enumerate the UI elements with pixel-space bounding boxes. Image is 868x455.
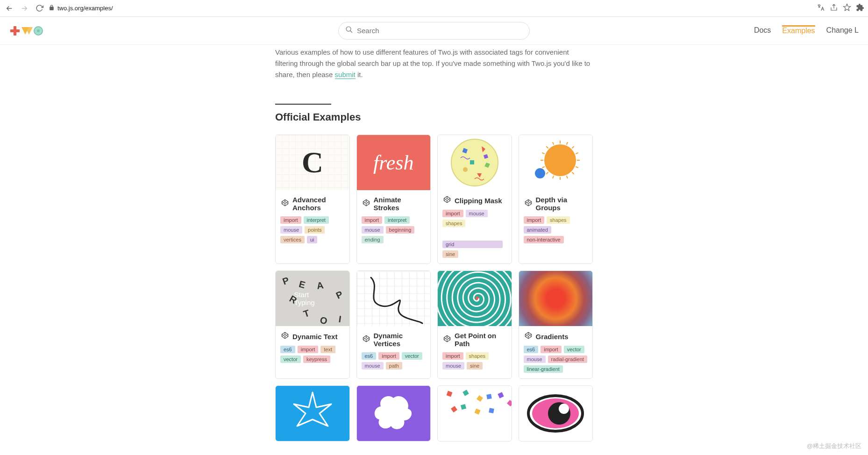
- card-thumbnail: [276, 386, 349, 441]
- tag-import[interactable]: import: [442, 352, 463, 360]
- examples-grid: C Advanced Anchors importinterpretmousep…: [275, 135, 593, 441]
- tag-mouse[interactable]: mouse: [362, 362, 384, 370]
- codepen-icon: [363, 199, 370, 208]
- url-text: two.js.org/examples/: [57, 5, 113, 12]
- logo[interactable]: [9, 24, 43, 37]
- tag-text[interactable]: text: [320, 346, 335, 353]
- tag-radial-gradient[interactable]: radial-gradient: [548, 355, 587, 363]
- svg-point-3: [37, 29, 40, 32]
- example-card[interactable]: Dynamic Vertices es6importvectormousepat…: [356, 270, 431, 379]
- tag-shapes[interactable]: shapes: [466, 352, 489, 360]
- svg-line-16: [572, 172, 574, 174]
- svg-point-4: [346, 27, 351, 31]
- tag-animated[interactable]: animated: [524, 226, 551, 234]
- star-icon[interactable]: [843, 3, 851, 14]
- nav-docs[interactable]: Docs: [754, 26, 771, 35]
- tag-import[interactable]: import: [298, 346, 319, 353]
- card-thumbnail: fresh: [357, 135, 431, 190]
- svg-line-20: [547, 172, 548, 174]
- tag-mouse[interactable]: mouse: [442, 362, 464, 370]
- search-input[interactable]: [357, 27, 523, 35]
- tag-es6[interactable]: es6: [524, 346, 539, 353]
- tag-mouse[interactable]: mouse: [466, 210, 488, 217]
- tag-vertices[interactable]: vertices: [280, 236, 305, 243]
- card-title-row: Advanced Anchors: [276, 190, 349, 216]
- example-card[interactable]: C Advanced Anchors importinterpretmousep…: [275, 135, 350, 264]
- tag-shapes[interactable]: shapes: [547, 216, 569, 224]
- tag-es6[interactable]: es6: [362, 352, 377, 360]
- tag-vector[interactable]: vector: [402, 352, 422, 360]
- tag-import[interactable]: import: [280, 216, 301, 224]
- tag-ui[interactable]: ui: [307, 236, 318, 243]
- card-title-row: Depth via Groups: [519, 190, 593, 216]
- tag-mouse[interactable]: mouse: [524, 355, 546, 363]
- example-card[interactable]: Gradients es6importvectormouseradial-gra…: [519, 270, 593, 379]
- reload-button[interactable]: [34, 3, 45, 14]
- example-card[interactable]: [437, 385, 512, 441]
- tag-grid[interactable]: grid: [442, 241, 503, 248]
- tag-mouse[interactable]: mouse: [280, 226, 302, 234]
- tag-interpret[interactable]: interpret: [304, 216, 329, 224]
- tag-mouse[interactable]: mouse: [362, 226, 384, 234]
- svg-line-21: [542, 167, 545, 168]
- tag-sine[interactable]: sine: [467, 362, 483, 370]
- svg-line-15: [576, 167, 579, 168]
- nav-changelog[interactable]: Change L: [826, 26, 859, 35]
- section-title: Official Examples: [275, 111, 593, 123]
- card-tags: es6importvectormousepath: [357, 352, 431, 375]
- tag-vector[interactable]: vector: [280, 355, 301, 363]
- forward-button[interactable]: [19, 3, 30, 14]
- tag-import[interactable]: import: [524, 216, 545, 224]
- card-thumbnail: [357, 271, 431, 326]
- tag-ending[interactable]: ending: [362, 236, 384, 243]
- share-icon[interactable]: [830, 3, 838, 14]
- example-card[interactable]: fresh Animate Strokes importinterpretmou…: [356, 135, 431, 264]
- example-card[interactable]: Start TypingPEARPOTI Dynamic Text es6imp…: [275, 270, 350, 379]
- lock-icon: [49, 5, 55, 12]
- card-title: Clipping Mask: [455, 197, 502, 205]
- card-title: Gradients: [536, 333, 569, 341]
- tag-non-interactive[interactable]: non-interactive: [524, 236, 564, 243]
- translate-icon[interactable]: [817, 3, 825, 14]
- search-icon: [345, 26, 353, 36]
- card-thumbnail: [519, 386, 593, 441]
- tag-path[interactable]: path: [386, 362, 402, 370]
- svg-line-23: [542, 153, 545, 154]
- tag-points[interactable]: points: [305, 226, 325, 234]
- tag-shapes[interactable]: shapes: [442, 220, 465, 227]
- tag-import[interactable]: import: [362, 216, 383, 224]
- extensions-icon[interactable]: [856, 3, 864, 14]
- tag-keypress[interactable]: keypress: [303, 355, 330, 363]
- tag-linear-gradient[interactable]: linear-gradient: [524, 365, 563, 373]
- example-card[interactable]: [519, 385, 593, 441]
- card-thumbnail: C: [276, 135, 349, 190]
- tag-beginning[interactable]: beginning: [386, 226, 415, 234]
- example-card[interactable]: [275, 385, 350, 441]
- tag-import[interactable]: import: [378, 352, 399, 360]
- tag-import[interactable]: import: [541, 346, 562, 353]
- back-button[interactable]: [4, 3, 15, 14]
- tag-import[interactable]: import: [442, 210, 463, 217]
- svg-line-29: [576, 153, 579, 154]
- card-title-row: Clipping Mask: [438, 190, 512, 210]
- address-bar[interactable]: two.js.org/examples/: [49, 5, 813, 12]
- svg-rect-1: [14, 26, 16, 36]
- example-card[interactable]: Clipping Mask importmouseshapesgridsine: [437, 135, 512, 264]
- card-thumbnail: [438, 271, 512, 326]
- svg-point-10: [463, 167, 468, 172]
- card-thumbnail: [438, 386, 512, 441]
- tag-es6[interactable]: es6: [280, 346, 295, 353]
- example-card[interactable]: Depth via Groups importshapesanimatednon…: [519, 135, 593, 264]
- submit-link[interactable]: submit: [335, 71, 356, 79]
- tag-interpret[interactable]: interpret: [384, 216, 410, 224]
- tag-sine[interactable]: sine: [442, 250, 458, 258]
- page-content: Various examples of how to use different…: [266, 47, 602, 455]
- example-card[interactable]: Get Point on Path importshapesmousesine: [437, 270, 512, 379]
- nav-examples[interactable]: Examples: [782, 25, 815, 35]
- codepen-icon: [525, 199, 532, 208]
- example-card[interactable]: [356, 385, 431, 441]
- tag-vector[interactable]: vector: [564, 346, 584, 353]
- svg-point-30: [535, 168, 545, 178]
- svg-rect-8: [470, 160, 474, 164]
- search-box[interactable]: [338, 22, 530, 40]
